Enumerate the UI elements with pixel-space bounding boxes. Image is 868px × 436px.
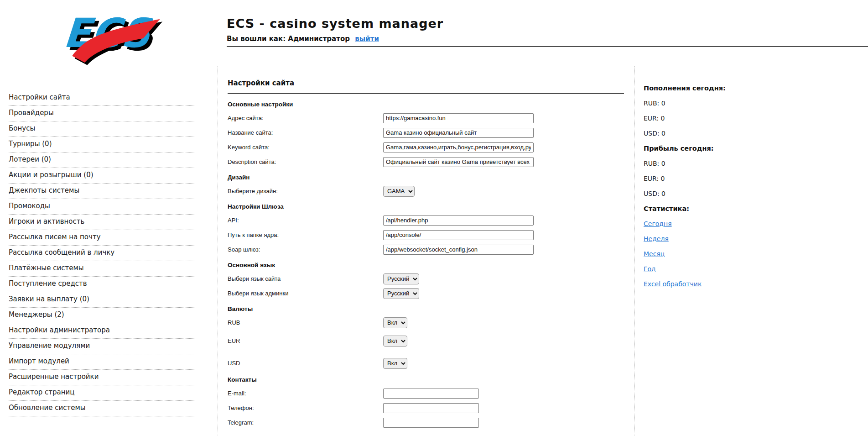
sidebar-item-module-manage[interactable]: Управление модулями [9, 339, 195, 354]
sidebar-item-promocodes[interactable]: Промокоды [9, 199, 195, 215]
site-language-select[interactable]: Русский [383, 273, 419, 284]
site-keywords-input[interactable] [383, 142, 534, 152]
field-row-usd: USD Вкл [228, 358, 624, 368]
sidebar-item-players[interactable]: Игроки и активность [9, 215, 195, 230]
field-label: Телефон: [228, 404, 383, 411]
field-label: Название сайта: [228, 129, 383, 136]
field-label: EUR [228, 337, 383, 344]
field-label: API: [228, 217, 383, 224]
sidebar-item-jackpots[interactable]: Джекпоты системы [9, 184, 195, 199]
deposits-today-title: Пополнения сегодня: [644, 84, 863, 92]
deposits-eur-value: EUR: 0 [644, 115, 863, 122]
sidebar-item-email-broadcast[interactable]: Рассылка писем на почту [9, 230, 195, 246]
sidebar-item-bonuses[interactable]: Бонусы [9, 121, 195, 137]
profit-eur-value: EUR: 0 [644, 175, 863, 182]
eur-select[interactable]: Вкл [383, 336, 407, 347]
profit-today-title: Прибыль сегодня: [644, 145, 863, 152]
sidebar-item-pm-broadcast[interactable]: Рассылка сообщений в личку [9, 246, 195, 261]
deposits-rub-value: RUB: 0 [644, 100, 863, 107]
field-row-api: API: [228, 215, 624, 226]
sidebar-item-tournaments[interactable]: Турниры (0) [9, 137, 195, 152]
sidebar-item-system-update[interactable]: Обновление системы [9, 401, 195, 416]
field-label: Выберите дизайн: [228, 188, 383, 194]
site-description-input[interactable] [383, 157, 534, 167]
phone-input[interactable] [383, 403, 479, 413]
section-header-contacts: Контакты [228, 376, 624, 384]
field-row-core-path: Путь к папке ядра: [228, 230, 624, 240]
logout-link[interactable]: выйти [355, 35, 379, 43]
email-input[interactable] [383, 389, 479, 399]
site-url-input[interactable] [383, 113, 534, 123]
field-row-telegram: Telegram: [228, 417, 624, 428]
field-row-email: E-mail: [228, 388, 624, 399]
field-row-site-language: Выбери язык сайта Русский [228, 273, 624, 284]
stats-link-year[interactable]: Год [644, 265, 863, 273]
sidebar-item-providers[interactable]: Провайдеры [9, 106, 195, 121]
sidebar-item-page-editor[interactable]: Редактор страниц [9, 385, 195, 401]
field-label: Keyword сайта: [228, 144, 383, 151]
field-row-keywords: Keyword сайта: [228, 142, 624, 152]
field-label: RUB [228, 319, 383, 326]
section-header-gateway: Настройки Шлюза [228, 203, 624, 211]
sidebar-item-module-import[interactable]: Импорт модулей [9, 354, 195, 370]
header-divider [227, 46, 868, 47]
design-select[interactable]: GAMA [383, 186, 415, 197]
stats-link-excel[interactable]: Excel обработчик [644, 280, 863, 288]
field-row-rub: RUB Вкл [228, 317, 624, 328]
field-row-site-name: Название сайта: [228, 127, 624, 138]
field-label: Выбери язык админки [228, 290, 383, 297]
field-row-description: Description сайта: [228, 157, 624, 167]
profit-usd-value: USD: 0 [644, 190, 863, 197]
sidebar-item-incoming-funds[interactable]: Поступление средств [9, 277, 195, 292]
api-input[interactable] [383, 215, 534, 226]
sidebar-item-site-settings[interactable]: Настройки сайта [9, 90, 195, 106]
soap-gateway-input[interactable] [383, 245, 534, 255]
sidebar-nav: Настройки сайта Провайдеры Бонусы Турнир… [9, 90, 195, 416]
site-name-input[interactable] [383, 128, 534, 138]
field-label: Выбери язык сайта [228, 275, 383, 282]
sidebar-item-payment-systems[interactable]: Платёжные системы [9, 261, 195, 277]
sidebar-item-managers[interactable]: Менеджеры (2) [9, 308, 195, 323]
stats-link-week[interactable]: Неделя [644, 235, 863, 242]
sidebar-item-promotions[interactable]: Акции и розыгрыши (0) [9, 168, 195, 184]
deposits-usd-value: USD: 0 [644, 130, 863, 137]
app-title: ECS - casino system manager [227, 16, 443, 31]
field-label: Telegram: [228, 419, 383, 426]
field-label: Description сайта: [228, 158, 383, 165]
section-header-currencies: Валюты [228, 305, 624, 313]
logged-in-status: Вы вошли как: Администратор выйти [227, 35, 379, 43]
panel-title: Настройки сайта [228, 79, 624, 94]
admin-language-select[interactable]: Русский [383, 288, 419, 299]
core-path-input[interactable] [383, 230, 534, 240]
field-label: Путь к папке ядра: [228, 231, 383, 238]
section-header-language: Основной язык [228, 262, 624, 269]
sidebar-item-admin-settings[interactable]: Настройки администратора [9, 323, 195, 339]
field-row-phone: Телефон: [228, 403, 624, 413]
field-label: Адрес сайта: [228, 115, 383, 121]
field-row-eur: EUR Вкл [228, 336, 624, 346]
logged-in-label: Вы вошли как: Администратор [227, 35, 350, 43]
section-header-design: Дизайн [228, 174, 624, 182]
telegram-input[interactable] [383, 418, 479, 428]
field-row-site-url: Адрес сайта: [228, 113, 624, 123]
sidebar-item-advanced[interactable]: Расширенные настройки [9, 370, 195, 385]
app-logo: ECS ECS [63, 5, 163, 70]
field-row-design: Выберите дизайн: GAMA [228, 186, 624, 196]
profit-rub-value: RUB: 0 [644, 160, 863, 167]
sidebar-item-payout-requests[interactable]: Заявки на выплату (0) [9, 292, 195, 308]
field-label: Soap шлюз: [228, 246, 383, 253]
usd-select[interactable]: Вкл [383, 358, 407, 369]
field-row-soap: Soap шлюз: [228, 244, 624, 255]
field-label: E-mail: [228, 390, 383, 397]
field-label: USD [228, 360, 383, 367]
sidebar-item-lotteries[interactable]: Лотереи (0) [9, 152, 195, 168]
stats-link-today[interactable]: Сегодня [644, 220, 863, 227]
stats-sidebar: Пополнения сегодня: RUB: 0 EUR: 0 USD: 0… [635, 66, 868, 436]
stats-link-month[interactable]: Месяц [644, 250, 863, 257]
site-settings-panel: Настройки сайта Основные настройки Адрес… [218, 66, 635, 436]
section-header-general: Основные настройки [228, 101, 624, 109]
rub-select[interactable]: Вкл [383, 317, 407, 328]
field-row-admin-language: Выбери язык админки Русский [228, 288, 624, 299]
statistics-title: Статистика: [644, 205, 863, 212]
